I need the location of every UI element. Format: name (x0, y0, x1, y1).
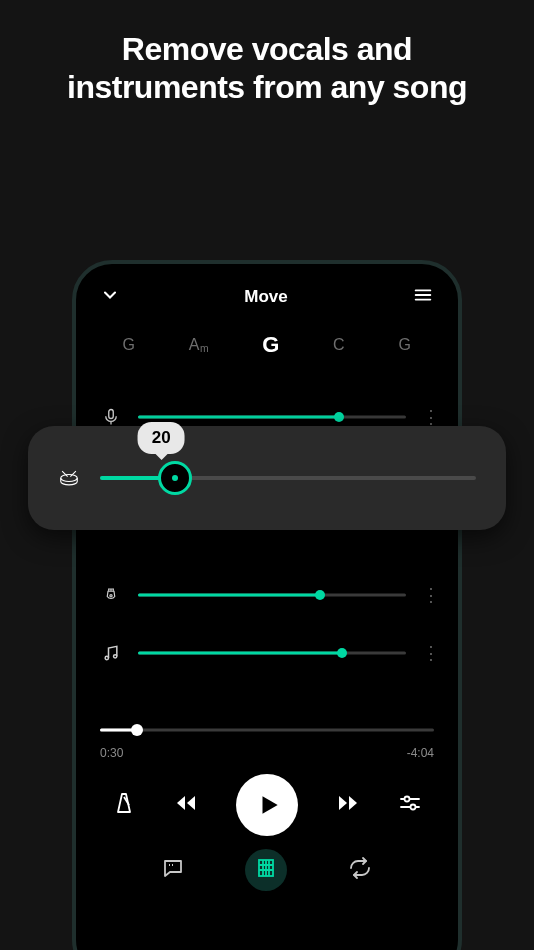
phone-frame: Move G Am G C G ⋮ (72, 260, 462, 950)
forward-icon[interactable] (333, 791, 363, 819)
guitar-icon (100, 583, 122, 607)
svg-marker-12 (339, 796, 347, 810)
other-slider[interactable] (138, 641, 406, 665)
app-header: Move (76, 264, 458, 318)
drums-slider[interactable]: 20 (100, 458, 476, 498)
drums-icon (58, 465, 80, 491)
chord: G (123, 336, 136, 354)
track-other: ⋮ (100, 624, 434, 682)
chord-current: G (262, 332, 280, 358)
track-drums-overlay: 20 (28, 426, 506, 530)
svg-marker-10 (187, 796, 195, 810)
track-guitar: ⋮ (100, 566, 434, 624)
chord: Am (189, 336, 209, 354)
menu-icon[interactable] (412, 284, 434, 310)
tab-chords-icon[interactable] (254, 856, 278, 884)
chord-row: G Am G C G (76, 318, 458, 378)
playback-progress[interactable] (100, 720, 434, 740)
more-icon[interactable]: ⋮ (422, 584, 434, 606)
svg-point-7 (114, 655, 117, 658)
bottom-tabs (76, 836, 458, 884)
chord: C (333, 336, 345, 354)
mic-icon (100, 406, 122, 428)
slider-tooltip: 20 (138, 422, 185, 454)
svg-point-5 (110, 595, 112, 597)
tracks-panel: ⋮ ⋮ ⋮ (76, 378, 458, 682)
play-button[interactable] (236, 774, 298, 836)
svg-point-16 (405, 797, 410, 802)
marketing-headline: Remove vocals and instruments from any s… (0, 0, 534, 107)
rewind-icon[interactable] (171, 791, 201, 819)
svg-point-24 (61, 475, 78, 482)
progress-section: 0:30 -4:04 (76, 720, 458, 760)
metronome-icon[interactable] (112, 791, 136, 819)
svg-point-17 (411, 805, 416, 810)
remaining-time: -4:04 (407, 746, 434, 760)
mixer-icon[interactable] (398, 791, 422, 819)
svg-marker-13 (349, 796, 357, 810)
chevron-down-icon[interactable] (100, 285, 120, 309)
elapsed-time: 0:30 (100, 746, 123, 760)
svg-marker-11 (262, 796, 277, 813)
tab-loop-icon[interactable] (347, 856, 373, 884)
song-title: Move (244, 287, 287, 307)
svg-marker-9 (177, 796, 185, 810)
tab-lyrics-icon[interactable] (161, 856, 185, 884)
more-icon[interactable]: ⋮ (422, 642, 434, 664)
playback-controls (76, 760, 458, 836)
more-icon[interactable]: ⋮ (422, 406, 434, 428)
svg-rect-3 (109, 410, 114, 419)
guitar-slider[interactable] (138, 583, 406, 607)
svg-point-6 (105, 656, 108, 659)
music-icon (100, 643, 122, 663)
chord: G (398, 336, 411, 354)
